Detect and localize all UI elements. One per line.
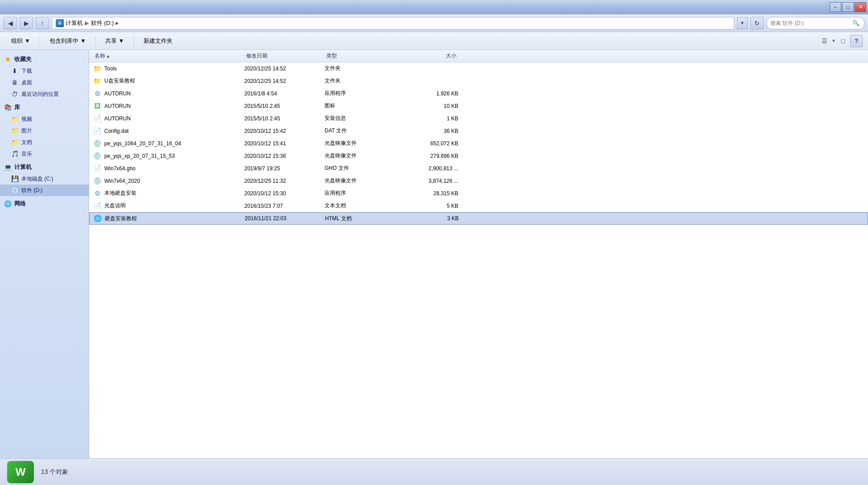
file-row[interactable]: ⚙ 本地硬盘安装 2020/10/12 15:30 应用程序 28,315 KB <box>89 187 868 200</box>
close-button[interactable]: ✕ <box>855 2 866 12</box>
forward-button[interactable]: ▶ <box>20 17 33 29</box>
help-button[interactable]: ? <box>850 35 863 47</box>
file-cell-size: 28,315 KB <box>396 190 458 197</box>
file-cell-date: 2020/12/25 11:32 <box>244 178 325 184</box>
sidebar-item-label: 本地磁盘 (C:) <box>21 175 53 183</box>
library-label: 库 <box>14 103 20 111</box>
minimize-button[interactable]: − <box>830 2 841 12</box>
maximize-button[interactable]: □ <box>842 2 854 12</box>
sidebar-section-network: 🌐 网络 <box>0 198 89 210</box>
file-icon: ⚙ <box>93 89 102 98</box>
file-icon: 💿 <box>93 152 102 160</box>
sidebar-network-header[interactable]: 🌐 网络 <box>0 198 89 210</box>
address-bar: ◀ ▶ ↑ 🖥 计算机 ▶ 软件 (D:) ▶ ▼ ↻ 🔍 <box>0 14 868 32</box>
sidebar-item-c-drive[interactable]: 💾 本地磁盘 (C:) <box>0 173 89 185</box>
preview-button[interactable]: □ <box>837 35 849 47</box>
organize-button[interactable]: 组织 ▼ <box>5 34 36 48</box>
sidebar-item-d-drive[interactable]: 💿 软件 (D:) <box>0 185 89 196</box>
file-cell-size: 3 KB <box>396 215 459 222</box>
file-cell-name: 📁 U盘安装教程 <box>93 77 244 86</box>
sidebar-item-documents[interactable]: 📁 文档 <box>0 136 89 148</box>
file-row[interactable]: 📁 U盘安装教程 2020/12/25 14:52 文件夹 <box>89 75 868 87</box>
file-cell-name: 💿 pe_yqs_1064_20_07_31_16_04 <box>93 139 244 148</box>
sidebar-item-label: 视频 <box>21 115 32 123</box>
library-icon: 📚 <box>4 103 12 111</box>
search-input[interactable] <box>770 20 850 26</box>
file-cell-type: 图标 <box>325 102 396 110</box>
sidebar-item-label: 桌面 <box>21 79 32 86</box>
refresh-button[interactable]: ↻ <box>750 17 764 29</box>
sidebar-item-recent[interactable]: ⏱ 最近访问的位置 <box>0 88 89 100</box>
path-icon: 🖥 <box>56 19 64 27</box>
sidebar-item-desktop[interactable]: 🖥 桌面 <box>0 77 89 88</box>
address-dropdown[interactable]: ▼ <box>737 17 748 29</box>
view-toggle-button[interactable]: ☰ <box>818 35 831 47</box>
file-cell-date: 2019/9/7 19:25 <box>244 165 325 172</box>
file-cell-date: 2016/10/23 7:07 <box>244 203 325 209</box>
file-cell-name: 🌐 硬盘安装教程 <box>93 214 245 223</box>
title-bar-buttons: − □ ✕ <box>830 2 866 12</box>
file-row[interactable]: 🌐 硬盘安装教程 2016/11/21 22:03 HTML 文档 3 KB <box>89 212 868 225</box>
file-name: 本地硬盘安装 <box>104 189 136 197</box>
file-cell-type: 应用程序 <box>325 90 396 97</box>
file-row[interactable]: 📄 AUTORUN 2015/5/10 2:45 安装信息 1 KB <box>89 112 868 125</box>
sidebar-item-label: 文档 <box>21 139 32 146</box>
up-button[interactable]: ↑ <box>36 17 49 29</box>
documents-icon: 📁 <box>11 138 19 146</box>
file-row[interactable]: 📄 Win7x64.gho 2019/9/7 19:25 GHO 文件 2,90… <box>89 162 868 175</box>
sidebar-item-pictures[interactable]: 📁 图片 <box>0 125 89 136</box>
search-box[interactable]: 🔍 <box>766 17 864 29</box>
file-cell-date: 2016/1/8 4:54 <box>244 90 325 97</box>
sidebar-library-header[interactable]: 📚 库 <box>0 102 89 113</box>
file-cell-type: DAT 文件 <box>325 127 396 135</box>
file-cell-type: 光盘映像文件 <box>325 140 396 147</box>
file-cell-date: 2020/10/12 15:36 <box>244 153 325 159</box>
sidebar-item-music[interactable]: 🎵 音乐 <box>0 148 89 160</box>
file-cell-type: 文本文档 <box>325 202 396 210</box>
col-header-name[interactable]: 名称 ▲ <box>93 52 244 60</box>
file-cell-name: 📄 Config.dat <box>93 127 244 136</box>
file-row[interactable]: ⚙ AUTORUN 2016/1/8 4:54 应用程序 1,926 KB <box>89 87 868 100</box>
file-cell-type: 文件夹 <box>325 65 396 72</box>
file-cell-name: 📄 光盘说明 <box>93 201 244 210</box>
column-headers: 名称 ▲ 修改日期 类型 大小 <box>89 50 868 62</box>
file-icon: 📁 <box>93 64 102 73</box>
sidebar-item-video[interactable]: 📁 视频 <box>0 113 89 125</box>
file-row[interactable]: 📄 光盘说明 2016/10/23 7:07 文本文档 5 KB <box>89 200 868 212</box>
col-header-size[interactable]: 大小 <box>396 52 458 60</box>
file-row[interactable]: 🖼 AUTORUN 2015/5/10 2:45 图标 10 KB <box>89 100 868 112</box>
file-icon: 🖼 <box>93 102 102 111</box>
desktop-icon: 🖥 <box>11 78 19 86</box>
path-end-arrow: ▶ <box>115 21 119 25</box>
share-button[interactable]: 共享 ▼ <box>99 34 130 48</box>
sidebar-item-label: 软件 (D:) <box>21 187 42 194</box>
sidebar-item-download[interactable]: ⬇ 下载 <box>0 65 89 77</box>
file-cell-type: 应用程序 <box>325 189 396 197</box>
file-row[interactable]: 💿 pe_yqs_xp_20_07_31_15_53 2020/10/12 15… <box>89 150 868 162</box>
file-cell-size: 1,926 KB <box>396 90 458 97</box>
sidebar-item-label: 图片 <box>21 127 32 135</box>
new-folder-button[interactable]: 新建文件夹 <box>138 34 178 48</box>
sidebar-favorites-header[interactable]: ★ 收藏夹 <box>0 53 89 65</box>
status-bar: W 13 个对象 <box>0 458 868 485</box>
recent-icon: ⏱ <box>11 90 19 98</box>
file-row[interactable]: 💿 Win7x64_2020 2020/12/25 11:32 光盘映像文件 3… <box>89 175 868 187</box>
video-icon: 📁 <box>11 115 19 123</box>
col-header-date[interactable]: 修改日期 <box>244 52 325 60</box>
file-name: AUTORUN <box>104 115 131 122</box>
file-row[interactable]: 📁 Tools 2020/12/25 14:52 文件夹 <box>89 62 868 75</box>
file-icon: 💿 <box>93 177 102 185</box>
file-row[interactable]: 📄 Config.dat 2020/10/12 15:42 DAT 文件 36 … <box>89 125 868 137</box>
back-button[interactable]: ◀ <box>4 17 17 29</box>
archive-button[interactable]: 包含到库中 ▼ <box>44 34 92 48</box>
file-row[interactable]: 💿 pe_yqs_1064_20_07_31_16_04 2020/10/12 … <box>89 137 868 150</box>
sidebar-section-library: 📚 库 📁 视频 📁 图片 📁 文档 🎵 音乐 <box>0 102 89 160</box>
address-path[interactable]: 🖥 计算机 ▶ 软件 (D:) ▶ <box>52 17 734 29</box>
share-arrow: ▼ <box>119 37 124 44</box>
network-icon: 🌐 <box>4 200 12 208</box>
search-icon[interactable]: 🔍 <box>852 19 860 28</box>
sidebar-computer-header[interactable]: 💻 计算机 <box>0 161 89 173</box>
col-header-type[interactable]: 类型 <box>325 52 396 60</box>
sidebar-item-label: 音乐 <box>21 150 32 158</box>
view-buttons: ☰ ▼ □ ? <box>818 35 863 47</box>
